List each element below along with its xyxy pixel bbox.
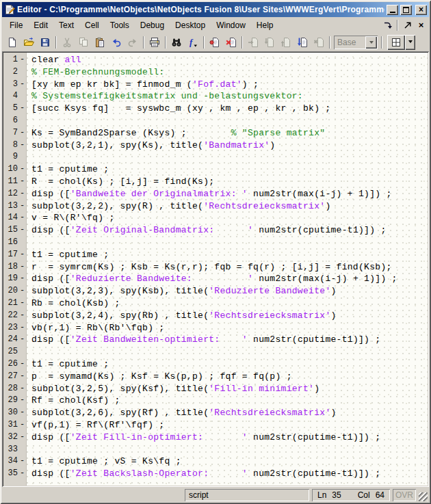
undo-button[interactable]: [108, 35, 125, 50]
breakpoint-margin[interactable]: [18, 444, 27, 456]
code-line[interactable]: 5-[succ Ksys fq] = syswbc_m (xy , km , e…: [3, 103, 428, 115]
breakpoint-margin[interactable]: -: [18, 261, 27, 274]
breakpoint-margin[interactable]: -: [18, 322, 27, 334]
clear-breakpoints-button[interactable]: [223, 35, 239, 50]
code-text[interactable]: [27, 115, 31, 127]
breakpoint-margin[interactable]: -: [18, 407, 27, 419]
breakpoint-margin[interactable]: -: [18, 371, 27, 383]
breakpoint-margin[interactable]: -: [18, 285, 27, 297]
breakpoint-margin[interactable]: -: [18, 103, 27, 115]
code-text[interactable]: t1 = cputime ;: [27, 163, 109, 176]
menu-item-desktop[interactable]: Desktop: [170, 18, 211, 33]
code-text[interactable]: disp (['Zeit Fill-in-optimiert: ' num2st…: [27, 432, 380, 444]
code-line[interactable]: 31-vf(p,1) = Rf\(Rf'\fqf) ;: [3, 419, 428, 432]
breakpoint-margin[interactable]: [18, 151, 27, 163]
code-text[interactable]: % FEM-Berechnungsmodell:: [27, 66, 164, 79]
new-file-button[interactable]: [4, 35, 21, 50]
code-text[interactable]: vf(p,1) = Rf\(Rf'\fqf) ;: [27, 419, 164, 432]
window-tile-button[interactable]: [387, 35, 405, 50]
code-text[interactable]: Rb = chol(Ksb) ;: [27, 297, 120, 310]
code-line[interactable]: 9: [3, 151, 428, 163]
code-line[interactable]: 15-disp (['Zeit Original-Bandmatrix: ' n…: [3, 224, 428, 237]
code-line[interactable]: 33: [3, 444, 428, 456]
find-button[interactable]: [168, 35, 185, 50]
code-line[interactable]: 12-disp (['Bandweite der Originalmatrix:…: [3, 188, 428, 200]
code-line[interactable]: 25: [3, 346, 428, 358]
code-line[interactable]: 16: [3, 237, 428, 249]
menu-item-help[interactable]: Help: [251, 18, 279, 33]
redo-button[interactable]: [125, 35, 141, 50]
breakpoint-margin[interactable]: -: [18, 395, 27, 407]
code-line[interactable]: 28-subplot(3,2,5), spy(Ksf), title('Fill…: [3, 383, 428, 395]
copy-button[interactable]: [75, 35, 92, 50]
breakpoint-margin[interactable]: -: [18, 297, 27, 310]
window-tile-dropdown-button[interactable]: [405, 35, 415, 50]
code-line[interactable]: 29-Rf = chol(Ksf) ;: [3, 395, 428, 407]
breakpoint-margin[interactable]: -: [18, 212, 27, 224]
code-text[interactable]: t1 = cputime ; vS = Ks\fq ;: [27, 455, 181, 468]
code-text[interactable]: clear all: [27, 54, 81, 66]
menu-item-file[interactable]: File: [4, 18, 28, 33]
breakpoint-margin[interactable]: -: [18, 249, 27, 261]
breakpoint-margin[interactable]: -: [18, 468, 27, 480]
exit-debug-button[interactable]: [311, 35, 327, 50]
menu-item-edit[interactable]: Edit: [28, 18, 53, 33]
cut-button[interactable]: [59, 35, 75, 50]
step-button[interactable]: [245, 35, 261, 50]
function-browser-button[interactable]: f: [185, 35, 201, 50]
breakpoint-margin[interactable]: [18, 115, 27, 127]
close-editor-icon[interactable]: ×: [415, 20, 427, 31]
step-out-button[interactable]: [278, 35, 294, 50]
code-line[interactable]: 21-Rb = chol(Ksb) ;: [3, 297, 428, 310]
breakpoint-margin[interactable]: -: [18, 358, 27, 371]
open-file-button[interactable]: [21, 35, 37, 50]
code-text[interactable]: [xy km ep kr bk] = finmod_m ('Fof.dat') …: [27, 79, 259, 91]
breakpoint-margin[interactable]: [18, 237, 27, 249]
breakpoint-margin[interactable]: -: [18, 176, 27, 188]
code-line[interactable]: 17-t1 = cputime ;: [3, 249, 428, 261]
code-line[interactable]: 35-disp (['Zeit Backslash-Operator: ' nu…: [3, 468, 428, 480]
step-in-button[interactable]: [261, 35, 278, 50]
breakpoint-margin[interactable]: -: [18, 200, 27, 213]
code-line[interactable]: 1-clear all: [3, 54, 428, 66]
code-text[interactable]: [27, 151, 31, 163]
code-text[interactable]: R = chol(Ks) ; [i,j] = find(Ks);: [27, 176, 214, 188]
code-line[interactable]: 34-t1 = cputime ; vS = Ks\fq ;: [3, 455, 428, 468]
code-text[interactable]: disp (['Zeit Bandweiten-optimiert: ' num…: [27, 334, 380, 346]
maximize-button[interactable]: [400, 5, 412, 15]
code-line[interactable]: 3-[xy km ep kr bk] = finmod_m ('Fof.dat'…: [3, 79, 428, 91]
code-line[interactable]: 27-p = symamd(Ks) ; Ksf = Ks(p,p) ; fqf …: [3, 371, 428, 383]
code-line[interactable]: 14-v = R\(R'\fq) ;: [3, 212, 428, 224]
menu-item-cell[interactable]: Cell: [79, 18, 105, 33]
code-text[interactable]: vb(r,1) = Rb\(Rb'\fqb) ;: [27, 322, 164, 334]
breakpoint-margin[interactable]: -: [18, 127, 27, 140]
code-text[interactable]: disp (['Zeit Original-Bandmatrix: ' num2…: [27, 224, 387, 237]
code-line[interactable]: 6: [3, 115, 428, 127]
code-line[interactable]: 4% Systemsteifigkeitsmatrix und -belastu…: [3, 90, 428, 103]
menu-item-tools[interactable]: Tools: [105, 18, 135, 33]
minimize-button[interactable]: [387, 5, 398, 15]
breakpoint-margin[interactable]: [18, 66, 27, 79]
code-line[interactable]: 24-disp (['Zeit Bandweiten-optimiert: ' …: [3, 334, 428, 346]
code-text[interactable]: t1 = cputime ;: [27, 249, 109, 261]
combobox-dropdown-button[interactable]: [365, 36, 377, 49]
print-button[interactable]: [146, 35, 163, 50]
breakpoint-margin[interactable]: [18, 346, 27, 358]
breakpoint-margin[interactable]: -: [18, 310, 27, 322]
code-line[interactable]: 13-subplot(3,2,2), spy(R) , title('Recht…: [3, 200, 428, 213]
close-button[interactable]: ×: [415, 5, 427, 15]
save-button[interactable]: [37, 35, 53, 50]
breakpoint-margin[interactable]: -: [18, 334, 27, 346]
code-line[interactable]: 20-subplot(3,2,3), spy(Ksb), title('Redu…: [3, 285, 428, 297]
code-text[interactable]: subplot(3,2,1), spy(Ks), title('Bandmatr…: [27, 140, 275, 152]
set-breakpoint-button[interactable]: [207, 35, 223, 50]
menu-item-window[interactable]: Window: [211, 18, 251, 33]
code-line[interactable]: 22-subplot(3,2,4), spy(Rb) , title('Rech…: [3, 310, 428, 322]
code-text[interactable]: Ks = SymBand2Sparse (Ksys) ; % "Sparse m…: [27, 127, 325, 140]
breakpoint-margin[interactable]: -: [18, 432, 27, 444]
breakpoint-margin[interactable]: -: [18, 188, 27, 200]
code-text[interactable]: [27, 346, 31, 358]
code-text[interactable]: [27, 237, 31, 249]
code-line[interactable]: 18-r = symrcm(Ks) ; Ksb = Ks(r,r); fqb =…: [3, 261, 428, 274]
code-editor[interactable]: 1-clear all2% FEM-Berechnungsmodell:3-[x…: [2, 51, 429, 487]
